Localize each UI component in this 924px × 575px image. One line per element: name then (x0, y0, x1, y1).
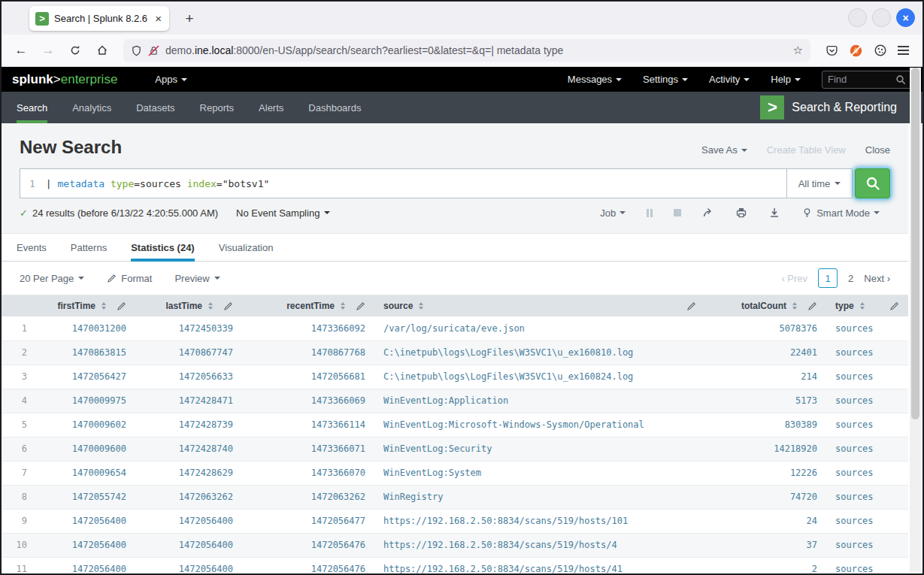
cell-lastTime[interactable]: 1472450339 (135, 316, 242, 340)
new-tab-button[interactable]: + (180, 9, 199, 29)
print-button[interactable] (725, 207, 758, 219)
page-1-button[interactable]: 1 (818, 268, 838, 288)
tab-close-icon[interactable]: × (153, 12, 163, 25)
reload-button[interactable] (63, 39, 87, 62)
search-query-input[interactable]: 1 | metadata type=sources index="botsv1" (20, 168, 786, 198)
cell-recentTime[interactable]: 1473366092 (242, 316, 374, 340)
cell-totalCount[interactable]: 74720 (705, 485, 826, 509)
cell-type[interactable]: sources (826, 509, 908, 533)
cell-recentTime[interactable]: 1472056477 (242, 509, 374, 533)
cell-lastTime[interactable]: 1472056400 (135, 557, 242, 573)
cell-lastTime[interactable]: 1470867747 (135, 340, 242, 365)
nav-item-analytics[interactable]: Analytics (72, 92, 111, 123)
col-header-totalCount[interactable]: totalCount (705, 295, 826, 316)
cell-type[interactable]: sources (826, 533, 908, 557)
cell-lastTime[interactable]: 1472428739 (135, 413, 242, 437)
event-sampling-menu[interactable]: No Event Sampling (236, 207, 330, 219)
time-range-picker[interactable]: All time (786, 168, 853, 198)
cell-source[interactable]: WinEventLog:Security (374, 437, 705, 461)
per-page-menu[interactable]: 20 Per Page (20, 273, 84, 284)
cell-firstTime[interactable]: 1470031200 (36, 316, 135, 340)
col-header-source[interactable]: source (374, 295, 705, 316)
cell-firstTime[interactable]: 1470009975 (36, 389, 135, 413)
minimize-button[interactable] (848, 8, 867, 27)
cell-firstTime[interactable]: 1472055742 (36, 485, 135, 509)
lock-insecure-icon[interactable] (148, 45, 159, 56)
cell-lastTime[interactable]: 1472428471 (135, 389, 242, 413)
nav-item-reports[interactable]: Reports (200, 92, 235, 123)
nav-item-dashboards[interactable]: Dashboards (308, 92, 361, 123)
cell-recentTime[interactable]: 1473366070 (242, 461, 374, 485)
job-menu[interactable]: Job (589, 207, 636, 219)
cell-lastTime[interactable]: 1472056400 (135, 509, 242, 533)
cell-source[interactable]: WinRegistry (374, 485, 705, 509)
cell-firstTime[interactable]: 1472056427 (36, 365, 135, 389)
cell-type[interactable]: sources (826, 413, 908, 437)
cell-totalCount[interactable]: 22401 (705, 340, 826, 365)
save-as-button[interactable]: Save As (701, 144, 747, 156)
cell-firstTime[interactable]: 1470009654 (36, 461, 135, 485)
cell-firstTime[interactable]: 1470009600 (36, 437, 135, 461)
cell-source[interactable]: https://192.168.2.50:8834/scans/519/host… (374, 557, 705, 573)
search-mode-menu[interactable]: Smart Mode (791, 207, 890, 219)
find-input[interactable]: Find (822, 71, 912, 89)
cell-totalCount[interactable]: 5173 (705, 389, 826, 413)
cell-firstTime[interactable]: 1470009602 (36, 413, 135, 437)
cell-recentTime[interactable]: 1473366114 (242, 413, 374, 437)
cookie-icon[interactable] (874, 44, 887, 57)
cell-totalCount[interactable]: 24 (705, 509, 826, 533)
export-button[interactable] (758, 207, 791, 219)
cell-source[interactable]: WinEventLog:Microsoft-Windows-Sysmon/Ope… (374, 413, 705, 437)
cell-type[interactable]: sources (826, 389, 908, 413)
cell-type[interactable]: sources (826, 461, 908, 485)
cell-firstTime[interactable]: 1472056400 (36, 509, 135, 533)
bookmark-star-icon[interactable]: ☆ (793, 44, 803, 57)
cell-source[interactable]: WinEventLog:System (374, 461, 705, 485)
browser-tab[interactable]: > Search | Splunk 8.2.6 × (29, 6, 169, 31)
cell-totalCount[interactable]: 830389 (705, 413, 826, 437)
share-button[interactable] (692, 207, 725, 219)
help-menu[interactable]: Help (763, 74, 808, 85)
messages-menu[interactable]: Messages (560, 74, 629, 85)
cell-recentTime[interactable]: 1470867768 (242, 340, 374, 365)
cell-recentTime[interactable]: 1472056681 (242, 365, 374, 389)
search-button[interactable] (855, 168, 890, 198)
cell-type[interactable]: sources (826, 485, 908, 509)
cell-firstTime[interactable]: 1470863815 (36, 340, 135, 365)
cell-source[interactable]: C:\inetpub\logs\LogFiles\W3SVC1\u_ex1608… (374, 340, 705, 365)
cell-lastTime[interactable]: 1472056633 (135, 365, 242, 389)
fire-blocked-icon[interactable] (849, 44, 863, 58)
tab-visualization[interactable]: Visualization (219, 234, 274, 261)
tab-events[interactable]: Events (17, 234, 47, 261)
cell-source[interactable]: /var/log/suricata/eve.json (374, 316, 705, 340)
cell-totalCount[interactable]: 5078376 (705, 316, 826, 340)
cell-type[interactable]: sources (826, 557, 908, 573)
next-page-button[interactable]: Next › (864, 273, 890, 284)
page-2-button[interactable]: 2 (848, 273, 853, 284)
cell-totalCount[interactable]: 12226 (705, 461, 826, 485)
col-header-recentTime[interactable]: recentTime (242, 295, 374, 316)
cell-totalCount[interactable]: 14218920 (705, 437, 826, 461)
page-scrollbar[interactable] (910, 68, 921, 572)
scrollbar-thumb[interactable] (911, 68, 919, 419)
cell-source[interactable]: https://192.168.2.50:8834/scans/519/host… (374, 509, 705, 533)
cell-source[interactable]: WinEventLog:Application (374, 389, 705, 413)
maximize-button[interactable] (872, 8, 891, 27)
settings-menu[interactable]: Settings (635, 74, 695, 85)
url-bar[interactable]: demo.ine.local:8000/en-US/app/search/sea… (123, 39, 810, 62)
apps-menu[interactable]: Apps (147, 67, 195, 92)
cell-lastTime[interactable]: 1472428740 (135, 437, 242, 461)
pocket-save-icon[interactable] (826, 44, 838, 57)
cell-recentTime[interactable]: 1472063262 (242, 485, 374, 509)
cell-totalCount[interactable]: 2 (705, 557, 826, 573)
cell-lastTime[interactable]: 1472056400 (135, 533, 242, 557)
shield-icon[interactable] (131, 45, 142, 56)
tab-patterns[interactable]: Patterns (71, 234, 107, 261)
cell-lastTime[interactable]: 1472063262 (135, 485, 242, 509)
nav-item-search[interactable]: Search (17, 92, 47, 123)
cell-recentTime[interactable]: 1473366069 (242, 389, 374, 413)
window-close-button[interactable]: × (896, 8, 915, 27)
cell-lastTime[interactable]: 1472428629 (135, 461, 242, 485)
preview-menu[interactable]: Preview (174, 273, 220, 284)
cell-type[interactable]: sources (826, 316, 908, 340)
